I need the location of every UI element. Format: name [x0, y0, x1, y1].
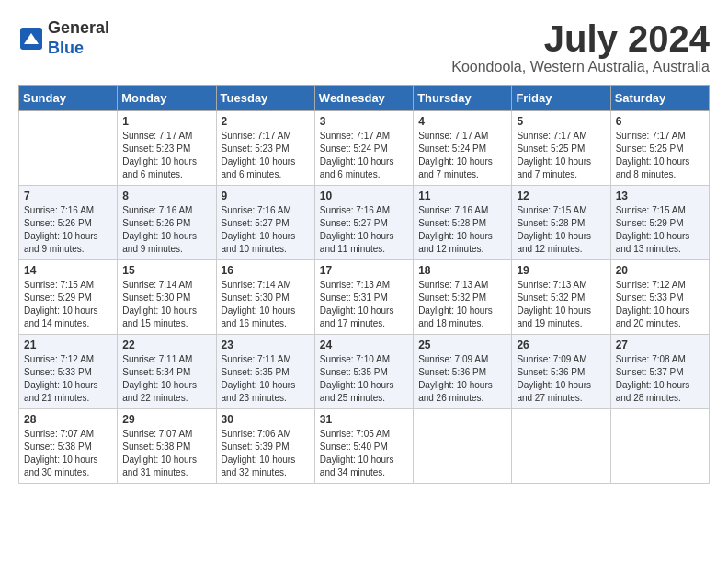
- day-number: 10: [320, 190, 408, 202]
- day-number: 5: [517, 115, 605, 128]
- day-number: 27: [616, 339, 704, 351]
- header-sunday: Sunday: [19, 86, 118, 111]
- header-tuesday: Tuesday: [216, 86, 314, 111]
- header-wednesday: Wednesday: [314, 86, 413, 111]
- day-number: 25: [418, 339, 506, 351]
- calendar-cell: 31Sunrise: 7:05 AMSunset: 5:40 PMDayligh…: [314, 409, 413, 484]
- calendar-cell: 24Sunrise: 7:10 AMSunset: 5:35 PMDayligh…: [314, 335, 413, 409]
- calendar-cell: 23Sunrise: 7:11 AMSunset: 5:35 PMDayligh…: [216, 335, 314, 409]
- day-number: 17: [320, 264, 408, 277]
- calendar-cell: 10Sunrise: 7:16 AMSunset: 5:27 PMDayligh…: [314, 186, 413, 260]
- calendar-cell: 3Sunrise: 7:17 AMSunset: 5:24 PMDaylight…: [314, 111, 413, 186]
- logo: General Blue: [18, 18, 109, 58]
- week-row-1: 1Sunrise: 7:17 AMSunset: 5:23 PMDaylight…: [19, 111, 710, 186]
- header-monday: Monday: [118, 86, 216, 111]
- day-number: 30: [222, 413, 310, 426]
- calendar-table: SundayMondayTuesdayWednesdayThursdayFrid…: [18, 85, 710, 484]
- month-title: July 2024: [451, 18, 710, 59]
- cell-content: Sunrise: 7:15 AMSunset: 5:29 PMDaylight:…: [616, 204, 704, 256]
- cell-content: Sunrise: 7:17 AMSunset: 5:24 PMDaylight:…: [418, 130, 506, 181]
- cell-content: Sunrise: 7:16 AMSunset: 5:28 PMDaylight:…: [418, 204, 506, 256]
- calendar-cell: 7Sunrise: 7:16 AMSunset: 5:26 PMDaylight…: [19, 186, 118, 260]
- calendar-cell: 4Sunrise: 7:17 AMSunset: 5:24 PMDaylight…: [414, 111, 512, 186]
- day-number: 22: [122, 339, 210, 351]
- day-number: 9: [222, 190, 310, 202]
- day-number: 26: [517, 339, 605, 351]
- day-number: 7: [24, 190, 112, 202]
- cell-content: Sunrise: 7:11 AMSunset: 5:34 PMDaylight:…: [122, 353, 210, 405]
- calendar-header-row: SundayMondayTuesdayWednesdayThursdayFrid…: [19, 86, 710, 111]
- calendar-cell: 28Sunrise: 7:07 AMSunset: 5:38 PMDayligh…: [19, 409, 118, 484]
- cell-content: Sunrise: 7:17 AMSunset: 5:24 PMDaylight:…: [320, 130, 408, 181]
- cell-content: Sunrise: 7:06 AMSunset: 5:39 PMDaylight:…: [222, 428, 310, 479]
- calendar-cell: 25Sunrise: 7:09 AMSunset: 5:36 PMDayligh…: [414, 335, 512, 409]
- cell-content: Sunrise: 7:17 AMSunset: 5:25 PMDaylight:…: [616, 130, 704, 181]
- day-number: 1: [122, 115, 210, 128]
- calendar-cell: 20Sunrise: 7:12 AMSunset: 5:33 PMDayligh…: [610, 260, 709, 335]
- cell-content: Sunrise: 7:08 AMSunset: 5:37 PMDaylight:…: [616, 353, 704, 405]
- day-number: 8: [122, 190, 210, 202]
- day-number: 24: [320, 339, 408, 351]
- week-row-3: 14Sunrise: 7:15 AMSunset: 5:29 PMDayligh…: [19, 260, 710, 335]
- calendar-cell: 14Sunrise: 7:15 AMSunset: 5:29 PMDayligh…: [19, 260, 118, 335]
- week-row-5: 28Sunrise: 7:07 AMSunset: 5:38 PMDayligh…: [19, 409, 710, 484]
- day-number: 16: [222, 264, 310, 277]
- calendar-cell: 5Sunrise: 7:17 AMSunset: 5:25 PMDaylight…: [512, 111, 610, 186]
- day-number: 28: [24, 413, 112, 426]
- calendar-cell: 16Sunrise: 7:14 AMSunset: 5:30 PMDayligh…: [216, 260, 314, 335]
- cell-content: Sunrise: 7:09 AMSunset: 5:36 PMDaylight:…: [418, 353, 506, 405]
- cell-content: Sunrise: 7:11 AMSunset: 5:35 PMDaylight:…: [222, 353, 310, 405]
- cell-content: Sunrise: 7:17 AMSunset: 5:23 PMDaylight:…: [222, 130, 310, 181]
- day-number: 12: [517, 190, 605, 202]
- week-row-2: 7Sunrise: 7:16 AMSunset: 5:26 PMDaylight…: [19, 186, 710, 260]
- calendar-cell: 17Sunrise: 7:13 AMSunset: 5:31 PMDayligh…: [314, 260, 413, 335]
- calendar-cell: 9Sunrise: 7:16 AMSunset: 5:27 PMDaylight…: [216, 186, 314, 260]
- calendar-cell: 21Sunrise: 7:12 AMSunset: 5:33 PMDayligh…: [19, 335, 118, 409]
- calendar-cell: 26Sunrise: 7:09 AMSunset: 5:36 PMDayligh…: [512, 335, 610, 409]
- header-thursday: Thursday: [414, 86, 512, 111]
- cell-content: Sunrise: 7:13 AMSunset: 5:31 PMDaylight:…: [320, 279, 408, 330]
- calendar-cell: [19, 111, 118, 186]
- day-number: 11: [418, 190, 506, 202]
- calendar-cell: 29Sunrise: 7:07 AMSunset: 5:38 PMDayligh…: [118, 409, 216, 484]
- day-number: 15: [122, 264, 210, 277]
- logo-icon: [18, 26, 44, 52]
- cell-content: Sunrise: 7:15 AMSunset: 5:29 PMDaylight:…: [24, 279, 112, 330]
- cell-content: Sunrise: 7:13 AMSunset: 5:32 PMDaylight:…: [517, 279, 605, 330]
- calendar-cell: 19Sunrise: 7:13 AMSunset: 5:32 PMDayligh…: [512, 260, 610, 335]
- day-number: 14: [24, 264, 112, 277]
- logo-blue-text: Blue: [48, 39, 109, 59]
- day-number: 21: [24, 339, 112, 351]
- cell-content: Sunrise: 7:16 AMSunset: 5:26 PMDaylight:…: [24, 204, 112, 256]
- cell-content: Sunrise: 7:15 AMSunset: 5:28 PMDaylight:…: [517, 204, 605, 256]
- day-number: 2: [222, 115, 310, 128]
- day-number: 20: [616, 264, 704, 277]
- cell-content: Sunrise: 7:17 AMSunset: 5:25 PMDaylight:…: [517, 130, 605, 181]
- calendar-cell: 15Sunrise: 7:14 AMSunset: 5:30 PMDayligh…: [118, 260, 216, 335]
- week-row-4: 21Sunrise: 7:12 AMSunset: 5:33 PMDayligh…: [19, 335, 710, 409]
- cell-content: Sunrise: 7:17 AMSunset: 5:23 PMDaylight:…: [122, 130, 210, 181]
- cell-content: Sunrise: 7:07 AMSunset: 5:38 PMDaylight:…: [24, 428, 112, 479]
- day-number: 6: [616, 115, 704, 128]
- calendar-cell: 2Sunrise: 7:17 AMSunset: 5:23 PMDaylight…: [216, 111, 314, 186]
- cell-content: Sunrise: 7:13 AMSunset: 5:32 PMDaylight:…: [418, 279, 506, 330]
- title-block: July 2024 Koondoola, Western Australia, …: [451, 18, 710, 75]
- calendar-cell: 8Sunrise: 7:16 AMSunset: 5:26 PMDaylight…: [118, 186, 216, 260]
- page-header: General Blue July 2024 Koondoola, Wester…: [18, 18, 710, 75]
- day-number: 31: [320, 413, 408, 426]
- calendar-cell: 1Sunrise: 7:17 AMSunset: 5:23 PMDaylight…: [118, 111, 216, 186]
- calendar-cell: 11Sunrise: 7:16 AMSunset: 5:28 PMDayligh…: [414, 186, 512, 260]
- cell-content: Sunrise: 7:12 AMSunset: 5:33 PMDaylight:…: [616, 279, 704, 330]
- calendar-cell: [414, 409, 512, 484]
- cell-content: Sunrise: 7:09 AMSunset: 5:36 PMDaylight:…: [517, 353, 605, 405]
- day-number: 23: [222, 339, 310, 351]
- cell-content: Sunrise: 7:14 AMSunset: 5:30 PMDaylight:…: [222, 279, 310, 330]
- day-number: 18: [418, 264, 506, 277]
- day-number: 3: [320, 115, 408, 128]
- calendar-cell: 18Sunrise: 7:13 AMSunset: 5:32 PMDayligh…: [414, 260, 512, 335]
- calendar-cell: [610, 409, 709, 484]
- day-number: 4: [418, 115, 506, 128]
- cell-content: Sunrise: 7:14 AMSunset: 5:30 PMDaylight:…: [122, 279, 210, 330]
- calendar-cell: 13Sunrise: 7:15 AMSunset: 5:29 PMDayligh…: [610, 186, 709, 260]
- location-text: Koondoola, Western Australia, Australia: [451, 59, 710, 75]
